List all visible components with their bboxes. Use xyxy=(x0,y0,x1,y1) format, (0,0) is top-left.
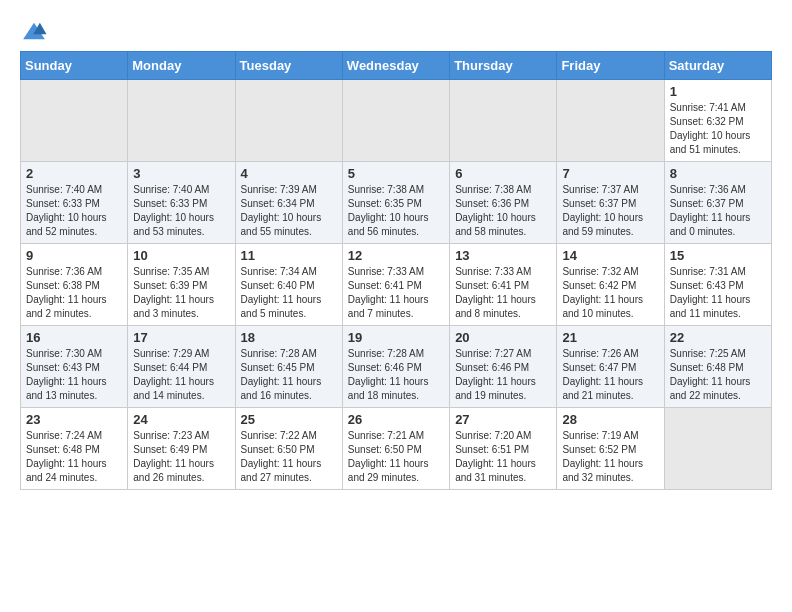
day-info: Sunrise: 7:35 AM Sunset: 6:39 PM Dayligh… xyxy=(133,265,229,321)
day-info: Sunrise: 7:22 AM Sunset: 6:50 PM Dayligh… xyxy=(241,429,337,485)
day-header-saturday: Saturday xyxy=(664,52,771,80)
day-number: 4 xyxy=(241,166,337,181)
day-info: Sunrise: 7:21 AM Sunset: 6:50 PM Dayligh… xyxy=(348,429,444,485)
day-header-sunday: Sunday xyxy=(21,52,128,80)
day-cell: 12Sunrise: 7:33 AM Sunset: 6:41 PM Dayli… xyxy=(342,244,449,326)
day-cell: 14Sunrise: 7:32 AM Sunset: 6:42 PM Dayli… xyxy=(557,244,664,326)
day-cell: 11Sunrise: 7:34 AM Sunset: 6:40 PM Dayli… xyxy=(235,244,342,326)
day-cell: 21Sunrise: 7:26 AM Sunset: 6:47 PM Dayli… xyxy=(557,326,664,408)
day-number: 18 xyxy=(241,330,337,345)
day-number: 6 xyxy=(455,166,551,181)
day-number: 16 xyxy=(26,330,122,345)
day-number: 7 xyxy=(562,166,658,181)
week-row-5: 23Sunrise: 7:24 AM Sunset: 6:48 PM Dayli… xyxy=(21,408,772,490)
header-row: SundayMondayTuesdayWednesdayThursdayFrid… xyxy=(21,52,772,80)
week-row-3: 9Sunrise: 7:36 AM Sunset: 6:38 PM Daylig… xyxy=(21,244,772,326)
day-info: Sunrise: 7:23 AM Sunset: 6:49 PM Dayligh… xyxy=(133,429,229,485)
day-number: 26 xyxy=(348,412,444,427)
day-cell: 6Sunrise: 7:38 AM Sunset: 6:36 PM Daylig… xyxy=(450,162,557,244)
day-cell xyxy=(235,80,342,162)
day-header-friday: Friday xyxy=(557,52,664,80)
day-number: 27 xyxy=(455,412,551,427)
day-number: 28 xyxy=(562,412,658,427)
day-cell: 10Sunrise: 7:35 AM Sunset: 6:39 PM Dayli… xyxy=(128,244,235,326)
day-info: Sunrise: 7:40 AM Sunset: 6:33 PM Dayligh… xyxy=(133,183,229,239)
day-info: Sunrise: 7:40 AM Sunset: 6:33 PM Dayligh… xyxy=(26,183,122,239)
day-number: 15 xyxy=(670,248,766,263)
day-number: 19 xyxy=(348,330,444,345)
header xyxy=(20,20,772,41)
day-cell: 8Sunrise: 7:36 AM Sunset: 6:37 PM Daylig… xyxy=(664,162,771,244)
logo-icon xyxy=(20,21,48,41)
day-info: Sunrise: 7:38 AM Sunset: 6:35 PM Dayligh… xyxy=(348,183,444,239)
day-info: Sunrise: 7:20 AM Sunset: 6:51 PM Dayligh… xyxy=(455,429,551,485)
day-number: 2 xyxy=(26,166,122,181)
day-info: Sunrise: 7:34 AM Sunset: 6:40 PM Dayligh… xyxy=(241,265,337,321)
day-info: Sunrise: 7:33 AM Sunset: 6:41 PM Dayligh… xyxy=(455,265,551,321)
day-number: 11 xyxy=(241,248,337,263)
day-number: 8 xyxy=(670,166,766,181)
week-row-2: 2Sunrise: 7:40 AM Sunset: 6:33 PM Daylig… xyxy=(21,162,772,244)
day-cell: 15Sunrise: 7:31 AM Sunset: 6:43 PM Dayli… xyxy=(664,244,771,326)
calendar: SundayMondayTuesdayWednesdayThursdayFrid… xyxy=(20,51,772,490)
day-info: Sunrise: 7:25 AM Sunset: 6:48 PM Dayligh… xyxy=(670,347,766,403)
day-number: 24 xyxy=(133,412,229,427)
logo xyxy=(20,20,52,41)
day-info: Sunrise: 7:39 AM Sunset: 6:34 PM Dayligh… xyxy=(241,183,337,239)
day-info: Sunrise: 7:31 AM Sunset: 6:43 PM Dayligh… xyxy=(670,265,766,321)
day-cell: 9Sunrise: 7:36 AM Sunset: 6:38 PM Daylig… xyxy=(21,244,128,326)
day-info: Sunrise: 7:29 AM Sunset: 6:44 PM Dayligh… xyxy=(133,347,229,403)
day-number: 10 xyxy=(133,248,229,263)
day-number: 23 xyxy=(26,412,122,427)
day-info: Sunrise: 7:24 AM Sunset: 6:48 PM Dayligh… xyxy=(26,429,122,485)
day-cell: 25Sunrise: 7:22 AM Sunset: 6:50 PM Dayli… xyxy=(235,408,342,490)
day-info: Sunrise: 7:41 AM Sunset: 6:32 PM Dayligh… xyxy=(670,101,766,157)
day-number: 12 xyxy=(348,248,444,263)
day-info: Sunrise: 7:36 AM Sunset: 6:37 PM Dayligh… xyxy=(670,183,766,239)
day-cell: 13Sunrise: 7:33 AM Sunset: 6:41 PM Dayli… xyxy=(450,244,557,326)
day-number: 22 xyxy=(670,330,766,345)
day-cell: 18Sunrise: 7:28 AM Sunset: 6:45 PM Dayli… xyxy=(235,326,342,408)
day-cell: 2Sunrise: 7:40 AM Sunset: 6:33 PM Daylig… xyxy=(21,162,128,244)
day-cell: 5Sunrise: 7:38 AM Sunset: 6:35 PM Daylig… xyxy=(342,162,449,244)
day-cell: 24Sunrise: 7:23 AM Sunset: 6:49 PM Dayli… xyxy=(128,408,235,490)
day-cell xyxy=(557,80,664,162)
day-cell: 27Sunrise: 7:20 AM Sunset: 6:51 PM Dayli… xyxy=(450,408,557,490)
day-cell: 22Sunrise: 7:25 AM Sunset: 6:48 PM Dayli… xyxy=(664,326,771,408)
day-info: Sunrise: 7:19 AM Sunset: 6:52 PM Dayligh… xyxy=(562,429,658,485)
day-info: Sunrise: 7:28 AM Sunset: 6:46 PM Dayligh… xyxy=(348,347,444,403)
day-number: 17 xyxy=(133,330,229,345)
day-info: Sunrise: 7:36 AM Sunset: 6:38 PM Dayligh… xyxy=(26,265,122,321)
day-number: 5 xyxy=(348,166,444,181)
day-info: Sunrise: 7:30 AM Sunset: 6:43 PM Dayligh… xyxy=(26,347,122,403)
day-info: Sunrise: 7:28 AM Sunset: 6:45 PM Dayligh… xyxy=(241,347,337,403)
day-header-tuesday: Tuesday xyxy=(235,52,342,80)
day-info: Sunrise: 7:38 AM Sunset: 6:36 PM Dayligh… xyxy=(455,183,551,239)
day-header-monday: Monday xyxy=(128,52,235,80)
day-cell: 28Sunrise: 7:19 AM Sunset: 6:52 PM Dayli… xyxy=(557,408,664,490)
day-cell: 4Sunrise: 7:39 AM Sunset: 6:34 PM Daylig… xyxy=(235,162,342,244)
day-info: Sunrise: 7:27 AM Sunset: 6:46 PM Dayligh… xyxy=(455,347,551,403)
day-cell: 16Sunrise: 7:30 AM Sunset: 6:43 PM Dayli… xyxy=(21,326,128,408)
day-cell xyxy=(450,80,557,162)
week-row-1: 1Sunrise: 7:41 AM Sunset: 6:32 PM Daylig… xyxy=(21,80,772,162)
day-info: Sunrise: 7:33 AM Sunset: 6:41 PM Dayligh… xyxy=(348,265,444,321)
day-info: Sunrise: 7:37 AM Sunset: 6:37 PM Dayligh… xyxy=(562,183,658,239)
day-number: 1 xyxy=(670,84,766,99)
day-number: 21 xyxy=(562,330,658,345)
day-cell: 1Sunrise: 7:41 AM Sunset: 6:32 PM Daylig… xyxy=(664,80,771,162)
day-info: Sunrise: 7:26 AM Sunset: 6:47 PM Dayligh… xyxy=(562,347,658,403)
day-cell: 19Sunrise: 7:28 AM Sunset: 6:46 PM Dayli… xyxy=(342,326,449,408)
day-cell: 7Sunrise: 7:37 AM Sunset: 6:37 PM Daylig… xyxy=(557,162,664,244)
day-cell: 20Sunrise: 7:27 AM Sunset: 6:46 PM Dayli… xyxy=(450,326,557,408)
week-row-4: 16Sunrise: 7:30 AM Sunset: 6:43 PM Dayli… xyxy=(21,326,772,408)
day-number: 3 xyxy=(133,166,229,181)
day-cell xyxy=(21,80,128,162)
day-cell xyxy=(342,80,449,162)
day-cell: 26Sunrise: 7:21 AM Sunset: 6:50 PM Dayli… xyxy=(342,408,449,490)
day-number: 14 xyxy=(562,248,658,263)
day-number: 13 xyxy=(455,248,551,263)
day-cell: 17Sunrise: 7:29 AM Sunset: 6:44 PM Dayli… xyxy=(128,326,235,408)
day-number: 20 xyxy=(455,330,551,345)
day-number: 25 xyxy=(241,412,337,427)
